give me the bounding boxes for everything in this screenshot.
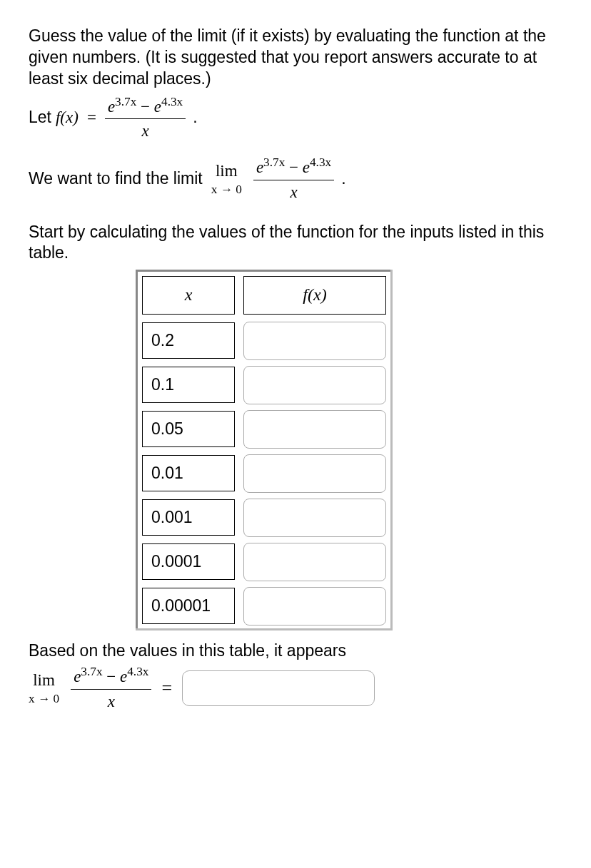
fx-input[interactable] <box>243 499 386 537</box>
final-limit-operator: lim x → 0 <box>29 670 59 707</box>
table-row: 0.2 <box>137 319 392 363</box>
final-limit-line: lim x → 0 e3.7x − e4.3x x = <box>29 664 562 712</box>
fx-input[interactable] <box>243 322 386 360</box>
table-row: 0.01 <box>137 451 392 496</box>
problem-prompt: Guess the value of the limit (if it exis… <box>29 26 562 90</box>
let-label: Let <box>29 107 51 128</box>
limit-operator: lim x → 0 <box>211 160 242 198</box>
lim-top-2: lim <box>29 670 59 691</box>
x-value: 0.2 <box>142 322 235 359</box>
fx-input[interactable] <box>243 410 386 449</box>
lim-bottom-2: x → 0 <box>29 691 59 707</box>
definition-line: Let f(x) = e3.7x − e4.3x x . <box>29 94 562 142</box>
equals-final: = <box>156 676 178 700</box>
equals-sign: = <box>83 107 101 128</box>
fx-input[interactable] <box>243 587 386 626</box>
col-header-fx: f(x) <box>243 276 386 314</box>
x-value: 0.01 <box>142 455 235 492</box>
values-table: x f(x) 0.20.10.050.010.0010.00010.00001 <box>136 270 393 630</box>
exp2: 4.3x <box>161 95 183 108</box>
table-row: 0.0001 <box>137 540 392 584</box>
denominator-b: x <box>253 180 334 203</box>
col-header-x: x <box>142 276 235 314</box>
exp1c: 3.7x <box>81 665 102 678</box>
lim-top: lim <box>211 160 242 182</box>
x-value: 0.001 <box>142 499 235 536</box>
minus-sign: − <box>141 97 154 115</box>
x-value: 0.00001 <box>142 588 235 625</box>
fx-input[interactable] <box>243 454 386 493</box>
minus-sign-b: − <box>289 158 303 176</box>
function-fraction: e3.7x − e4.3x x <box>105 94 186 142</box>
exp1: 3.7x <box>115 95 136 108</box>
denominator-c: x <box>71 690 151 713</box>
final-fraction: e3.7x − e4.3x x <box>71 664 151 712</box>
want-text: We want to find the limit <box>29 168 203 190</box>
table-row: 0.001 <box>137 496 392 540</box>
table-row: 0.00001 <box>137 584 392 630</box>
exp1b: 3.7x <box>263 155 285 169</box>
exp2b: 4.3x <box>310 155 331 169</box>
table-row: 0.1 <box>137 363 392 407</box>
fx-input[interactable] <box>243 543 386 581</box>
exp2c: 4.3x <box>127 665 148 678</box>
limit-answer-input[interactable] <box>182 670 375 706</box>
limit-fraction: e3.7x − e4.3x x <box>253 155 334 203</box>
minus-sign-c: − <box>106 668 120 685</box>
conclusion-intro: Based on the values in this table, it ap… <box>29 640 562 662</box>
x-value: 0.1 <box>142 367 235 404</box>
x-value: 0.05 <box>142 411 235 448</box>
fx-symbol: f(x) <box>56 107 79 128</box>
table-intro: Start by calculating the values of the f… <box>29 222 562 265</box>
period: . <box>190 107 197 128</box>
x-value: 0.0001 <box>142 543 235 581</box>
period-b: . <box>338 168 345 190</box>
want-limit-line: We want to find the limit lim x → 0 e3.7… <box>29 155 562 203</box>
fx-input[interactable] <box>243 366 386 404</box>
lim-bottom: x → 0 <box>211 182 242 198</box>
table-row: 0.05 <box>137 407 392 451</box>
denominator: x <box>105 119 186 142</box>
